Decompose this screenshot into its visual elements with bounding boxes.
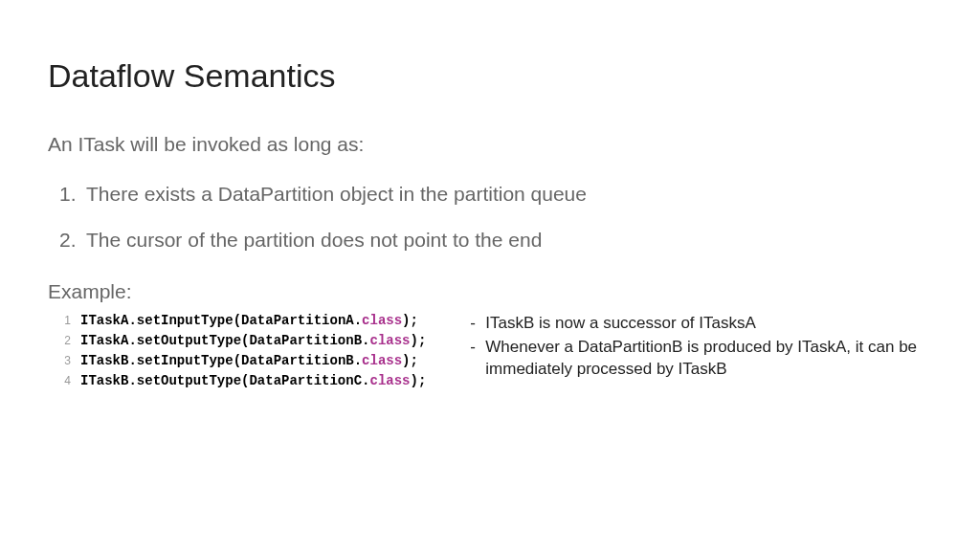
line-number: 2 <box>54 332 71 349</box>
lower-row: 1 ITaskA.setInputType(DataPartitionA.cla… <box>48 311 932 391</box>
condition-item: 1. There exists a DataPartition object i… <box>86 183 932 206</box>
note-item: Whenever a DataPartitionB is produced by… <box>464 337 932 381</box>
intro-text: An ITask will be invoked as long as: <box>48 133 932 156</box>
condition-list: 1. There exists a DataPartition object i… <box>48 183 932 252</box>
condition-text: There exists a DataPartition object in t… <box>86 183 587 205</box>
code-block: 1 ITaskA.setInputType(DataPartitionA.cla… <box>48 311 426 391</box>
notes-list: ITaskB is now a successor of ITasksA Whe… <box>464 311 932 383</box>
line-number: 4 <box>54 372 71 389</box>
condition-text: The cursor of the partition does not poi… <box>86 229 542 251</box>
code-line: 2 ITaskA.setOutputType(DataPartitionB.cl… <box>54 331 426 351</box>
code-text: ITaskA.setOutputType(DataPartitionB.clas… <box>80 331 426 351</box>
condition-item: 2. The cursor of the partition does not … <box>86 229 932 252</box>
code-line: 4 ITaskB.setOutputType(DataPartitionC.cl… <box>54 371 426 391</box>
list-number: 2. <box>59 229 77 252</box>
note-item: ITaskB is now a successor of ITasksA <box>464 313 932 335</box>
code-text: ITaskB.setOutputType(DataPartitionC.clas… <box>80 371 426 391</box>
list-number: 1. <box>59 183 77 206</box>
example-label: Example: <box>48 280 932 303</box>
slide-title: Dataflow Semantics <box>48 57 932 95</box>
code-text: ITaskA.setInputType(DataPartitionA.class… <box>80 311 418 331</box>
line-number: 1 <box>54 312 71 329</box>
code-line: 1 ITaskA.setInputType(DataPartitionA.cla… <box>54 311 426 331</box>
code-text: ITaskB.setInputType(DataPartitionB.class… <box>80 351 418 371</box>
code-line: 3 ITaskB.setInputType(DataPartitionB.cla… <box>54 351 426 371</box>
line-number: 3 <box>54 352 71 369</box>
